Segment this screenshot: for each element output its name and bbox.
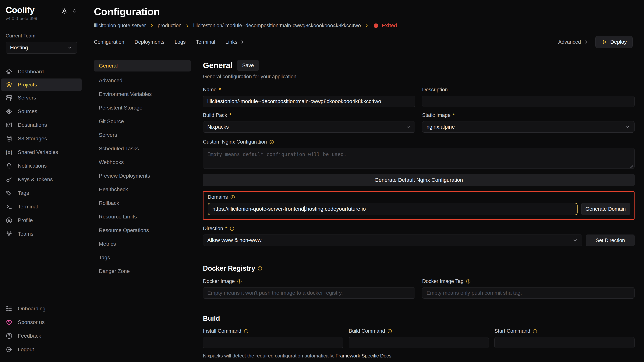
sidebar-item-s3-storages[interactable]: S3 Storages: [0, 132, 83, 145]
config-subnav: General Advanced Environment Variables P…: [94, 60, 191, 362]
start-command-input[interactable]: [494, 337, 634, 348]
sidebar-item-notifications[interactable]: Notifications: [0, 159, 83, 173]
generate-nginx-button[interactable]: Generate Default Nginx Configuration: [203, 174, 634, 186]
advanced-selector[interactable]: Advanced: [558, 39, 588, 45]
chevron-down-icon: [405, 124, 411, 130]
tab-configuration[interactable]: Configuration: [94, 39, 124, 45]
theme-toggle-sun-icon[interactable]: [61, 7, 68, 14]
breadcrumb-environment[interactable]: production: [158, 23, 182, 28]
key-icon: [6, 176, 12, 183]
subnav-resource-limits[interactable]: Resource Limits: [94, 210, 191, 224]
subnav-rollback[interactable]: Rollback: [94, 196, 191, 210]
chevron-down-icon: [624, 124, 630, 130]
subnav-git-source[interactable]: Git Source: [94, 115, 191, 128]
breadcrumb-project[interactable]: illicitonion quote server: [94, 23, 146, 28]
team-select-value: Hosting: [10, 45, 28, 51]
sidebar-item-destinations[interactable]: Destinations: [0, 118, 83, 132]
section-title-general: General: [203, 61, 232, 70]
subnav-preview-deployments[interactable]: Preview Deployments: [94, 169, 191, 183]
terminal-icon: [6, 203, 12, 210]
deploy-button[interactable]: Deploy: [595, 36, 633, 48]
logout-icon: [6, 346, 12, 353]
subnav-metrics[interactable]: Metrics: [94, 237, 191, 251]
build-command-label: Build Command: [349, 328, 489, 334]
sidebar-item-sources[interactable]: Sources: [0, 105, 83, 118]
subnav-resource-operations[interactable]: Resource Operations: [94, 224, 191, 237]
sidebar-item-shared-variables[interactable]: (x) Shared Variables: [0, 145, 83, 159]
sidebar-item-tags[interactable]: Tags: [0, 186, 83, 200]
heart-icon: [6, 319, 12, 326]
sidebar-item-onboarding[interactable]: Onboarding: [0, 302, 83, 316]
save-button[interactable]: Save: [237, 60, 259, 71]
app-version: v4.0.0-beta.399: [6, 16, 77, 21]
git-icon: [6, 108, 12, 115]
chevron-down-icon: [572, 237, 578, 243]
subnav-tags[interactable]: Tags: [94, 251, 191, 264]
name-label: Name*: [203, 87, 415, 93]
description-input[interactable]: [422, 96, 634, 107]
tab-logs[interactable]: Logs: [174, 39, 186, 45]
sidebar-item-terminal[interactable]: Terminal: [0, 200, 83, 214]
help-circle-icon: [6, 333, 12, 339]
framework-docs-link[interactable]: Framework Specific Docs: [336, 353, 391, 359]
name-input[interactable]: [203, 96, 415, 107]
install-command-label: Install Command: [203, 328, 343, 334]
subnav-persistent-storage[interactable]: Persistent Storage: [94, 101, 191, 115]
subnav-scheduled-tasks[interactable]: Scheduled Tasks: [94, 142, 191, 155]
tab-deployments[interactable]: Deployments: [134, 39, 164, 45]
breadcrumb-application[interactable]: illicitestonion/-module--decomposition:m…: [193, 23, 361, 28]
static-image-label: Static Image*: [422, 112, 634, 118]
page-title: Configuration: [94, 6, 633, 17]
generate-domain-button[interactable]: Generate Domain: [581, 203, 630, 215]
info-icon: [387, 329, 392, 334]
theme-selector-chevron-up-down-icon[interactable]: [72, 8, 77, 13]
static-image-select[interactable]: nginx:alpine: [422, 121, 634, 133]
info-icon: [269, 140, 274, 144]
checklist-icon: [6, 305, 12, 312]
chevron-right-icon: [364, 23, 369, 28]
sidebar-item-feedback[interactable]: Feedback: [0, 329, 83, 343]
info-icon: [532, 329, 538, 334]
sidebar-item-servers[interactable]: Servers: [0, 91, 83, 105]
direction-select[interactable]: Allow www & non-www.: [203, 235, 582, 246]
subnav-danger-zone[interactable]: Danger Zone: [94, 264, 191, 278]
subnav-environment-variables[interactable]: Environment Variables: [94, 87, 191, 101]
resize-grip-icon[interactable]: [630, 164, 634, 168]
domains-input[interactable]: https://illicitonion-quote-server-fronte…: [208, 203, 578, 215]
main-area: Configuration illicitonion quote server …: [83, 0, 644, 362]
chevron-right-icon: [149, 23, 154, 28]
breadcrumb: illicitonion quote server production ill…: [94, 23, 633, 28]
sidebar-item-sponsor-us[interactable]: Sponsor us: [0, 316, 83, 329]
chevron-down-icon: [67, 45, 73, 50]
subnav-healthcheck[interactable]: Healthcheck: [94, 183, 191, 196]
tag-icon: [6, 190, 12, 197]
text-caret: [304, 206, 304, 212]
docker-image-input[interactable]: [203, 287, 415, 299]
sidebar-item-projects[interactable]: Projects: [1, 78, 82, 91]
build-pack-select[interactable]: Nixpacks: [203, 121, 415, 133]
info-icon: [230, 226, 234, 231]
docker-registry-heading: Docker Registry: [203, 264, 634, 272]
build-command-input[interactable]: [349, 337, 489, 348]
subnav-general[interactable]: General: [94, 60, 191, 71]
team-select[interactable]: Hosting: [6, 42, 77, 53]
custom-nginx-textarea[interactable]: [203, 148, 634, 169]
build-pack-label: Build Pack*: [203, 112, 415, 118]
general-form: General Save General configuration for y…: [203, 60, 634, 362]
subnav-webhooks[interactable]: Webhooks: [94, 155, 191, 169]
docker-image-tag-label: Docker Image Tag: [422, 278, 634, 284]
sidebar-item-logout[interactable]: Logout: [0, 343, 83, 356]
subnav-advanced[interactable]: Advanced: [94, 74, 191, 87]
install-command-input[interactable]: [203, 337, 343, 348]
users-icon: [6, 231, 12, 237]
subnav-servers[interactable]: Servers: [94, 128, 191, 142]
set-direction-button[interactable]: Set Direction: [586, 235, 634, 246]
sidebar-item-profile[interactable]: Profile: [0, 214, 83, 227]
sidebar-item-keys-tokens[interactable]: Keys & Tokens: [0, 173, 83, 186]
sidebar-item-teams[interactable]: Teams: [0, 227, 83, 241]
tab-links[interactable]: Links: [226, 39, 244, 45]
docker-image-tag-input[interactable]: [422, 287, 634, 299]
sidebar-item-dashboard[interactable]: Dashboard: [0, 65, 83, 78]
domains-section: Domains https://illicitonion-quote-serve…: [203, 191, 634, 220]
tab-terminal[interactable]: Terminal: [196, 39, 215, 45]
